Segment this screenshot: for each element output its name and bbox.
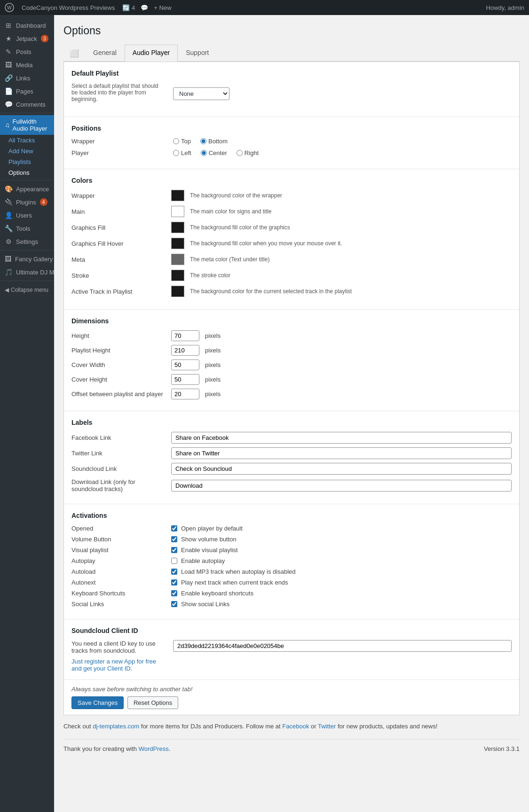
activation-volume-row: Volume Button Show volume button	[71, 536, 512, 543]
color-meta-swatch[interactable]	[171, 254, 184, 265]
sidebar-item-fullwidth-audio[interactable]: ♫ Fullwidth Audio Player	[0, 115, 54, 135]
tab-general[interactable]: General	[85, 45, 125, 62]
new-button[interactable]: + New	[154, 4, 171, 11]
color-active-track-swatch[interactable]	[171, 286, 184, 297]
sidebar-item-label: Plugins	[16, 199, 36, 206]
dim-playlist-height-row: Playlist Height pixels	[71, 345, 512, 356]
comments-icon[interactable]: 💬	[141, 4, 148, 11]
label-download-input[interactable]	[171, 480, 512, 492]
dim-playlist-height-input[interactable]	[171, 345, 199, 356]
submenu: All Tracks Add New Playlists Options	[0, 135, 54, 178]
dim-height-label: Height	[71, 332, 166, 339]
wrapper-top-option[interactable]: Top	[173, 138, 191, 145]
sidebar-item-plugins[interactable]: 🔌 Plugins 4	[0, 195, 54, 209]
footer-twitter-link[interactable]: Twitter	[318, 723, 336, 730]
section-default-playlist: Default Playlist Select a default playli…	[64, 62, 519, 117]
submenu-all-tracks[interactable]: All Tracks	[5, 135, 54, 146]
sidebar-item-tools[interactable]: 🔧 Tools	[0, 222, 54, 235]
activation-keyboard-checkbox[interactable]	[171, 590, 177, 596]
activation-social-links-checkbox[interactable]	[171, 601, 177, 607]
footer-wordpress-link[interactable]: WordPress	[139, 745, 169, 752]
default-playlist-field: None	[173, 87, 512, 100]
dim-offset-input[interactable]	[171, 389, 199, 399]
jetpack-icon: ★	[5, 35, 12, 42]
dim-height-input[interactable]	[171, 330, 199, 341]
activation-autoplay-checkbox[interactable]	[171, 558, 177, 564]
wrapper-bottom-radio[interactable]	[200, 138, 206, 144]
color-main-swatch[interactable]	[171, 206, 184, 217]
activation-opened-checkbox[interactable]	[171, 525, 177, 531]
reset-options-button[interactable]: Reset Options	[127, 696, 178, 709]
sidebar-item-pages[interactable]: 📄 Pages	[0, 85, 54, 98]
sidebar-item-jetpack[interactable]: ★ Jetpack 3	[0, 32, 54, 45]
submenu-options[interactable]: Options	[5, 167, 54, 178]
activation-autonext-checkbox[interactable]	[171, 579, 177, 586]
label-facebook-input[interactable]	[171, 432, 512, 444]
activation-opened-label: Opened	[71, 525, 166, 532]
player-center-option[interactable]: Center	[201, 149, 227, 156]
tab-support[interactable]: Support	[178, 45, 217, 62]
dim-cover-height-input[interactable]	[171, 374, 199, 385]
activation-autoload-label: Autoload	[71, 568, 166, 575]
color-wrapper-swatch[interactable]	[171, 190, 184, 201]
color-graphics-fill-swatch[interactable]	[171, 222, 184, 233]
submenu-add-new[interactable]: Add New	[5, 146, 54, 156]
sidebar-item-appearance[interactable]: 🎨 Appearance	[0, 182, 54, 195]
player-left-option[interactable]: Left	[173, 149, 191, 156]
player-right-option[interactable]: Right	[237, 149, 259, 156]
tab-icon[interactable]: ⬜	[63, 45, 85, 62]
player-left-radio[interactable]	[173, 150, 179, 156]
links-icon: 🔗	[5, 74, 12, 82]
color-graphics-hover-swatch[interactable]	[171, 238, 184, 249]
activation-autoload-desc: Load MP3 track when autoplay is disabled	[181, 568, 296, 575]
footer-site-link[interactable]: dj-templates.com	[93, 723, 139, 730]
label-soundcloud-input[interactable]	[171, 463, 512, 475]
section-title-positions: Positions	[71, 125, 512, 132]
save-changes-button[interactable]: Save Changes	[71, 696, 124, 709]
sidebar-item-comments[interactable]: 💬 Comments	[0, 98, 54, 111]
main-content: Options ⬜ General Audio Player Support D…	[54, 15, 529, 812]
collapse-arrow-icon: ◀	[5, 287, 9, 293]
sidebar-item-links[interactable]: 🔗 Links	[0, 71, 54, 85]
dim-cover-width-input[interactable]	[171, 359, 199, 370]
sidebar-item-label: Posts	[16, 48, 32, 55]
wrapper-bottom-option[interactable]: Bottom	[200, 138, 228, 145]
activation-opened-desc: Open player by default	[181, 525, 243, 532]
label-soundcloud-row: Soundcloud Link	[71, 463, 512, 475]
submenu-playlists[interactable]: Playlists	[5, 156, 54, 167]
footer-facebook-link[interactable]: Facebook	[282, 723, 309, 730]
wrapper-top-radio[interactable]	[173, 138, 179, 144]
sidebar-item-users[interactable]: 👤 Users	[0, 209, 54, 222]
sidebar-item-posts[interactable]: ✎ Posts	[0, 45, 54, 58]
section-activations: Activations Opened Open player by defaul…	[64, 504, 519, 619]
plugins-icon: 🔌	[5, 198, 12, 206]
default-playlist-select[interactable]: None	[173, 87, 229, 100]
sidebar-item-fancy-gallery[interactable]: 🖼 Fancy Gallery	[0, 252, 54, 265]
collapse-menu-button[interactable]: ◀ Collapse menu	[0, 283, 54, 297]
activation-autoload-checkbox[interactable]	[171, 569, 177, 575]
default-playlist-row: Select a default playlist that should be…	[71, 83, 512, 104]
soundcloud-register-link[interactable]: Just register a new App for free and get…	[71, 658, 156, 672]
sidebar-item-media[interactable]: 🖼 Media	[0, 58, 54, 71]
label-twitter-name: Twitter Link	[71, 450, 166, 457]
color-active-track-row: Active Track in Playlist The background …	[71, 286, 512, 297]
tab-audio-player[interactable]: Audio Player	[125, 45, 178, 62]
activation-volume-checkbox[interactable]	[171, 536, 177, 542]
activation-keyboard-check: Enable keyboard shortcuts	[171, 590, 253, 597]
activation-visual-playlist-checkbox[interactable]	[171, 547, 177, 553]
player-right-radio[interactable]	[237, 150, 243, 156]
sidebar-item-label: Tools	[16, 225, 30, 232]
label-twitter-input[interactable]	[171, 447, 512, 459]
sidebar-item-ultimate-dj[interactable]: 🎵 Ultimate DJ Manager	[0, 265, 54, 279]
color-main-row: Main The main color for signs and title	[71, 206, 512, 217]
player-center-label: Center	[209, 149, 227, 156]
color-stroke-row: Stroke The stroke color	[71, 270, 512, 281]
updates-icon[interactable]: 🔄 4	[122, 4, 135, 11]
site-name[interactable]: CodeCanyon Wordpress Previews	[22, 4, 115, 11]
soundcloud-client-id-input[interactable]	[173, 640, 512, 652]
color-stroke-swatch[interactable]	[171, 270, 184, 281]
player-center-radio[interactable]	[201, 150, 207, 156]
separator	[0, 113, 54, 113]
sidebar-item-dashboard[interactable]: ⊞ Dashboard	[0, 19, 54, 32]
sidebar-item-settings[interactable]: ⚙ Settings	[0, 235, 54, 248]
